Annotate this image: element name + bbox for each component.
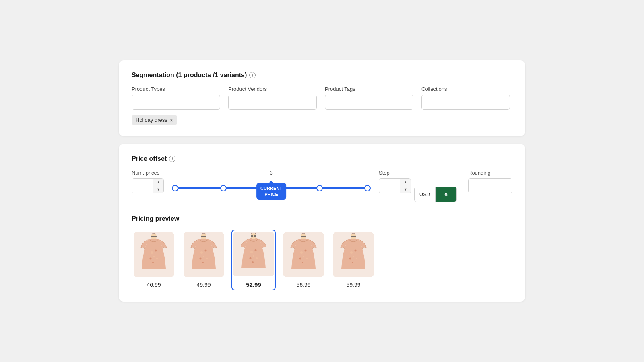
- step-group: Step 6 ▲ ▼ USD %: [379, 170, 457, 202]
- svg-point-5: [156, 258, 158, 259]
- slider-value: 3: [270, 170, 272, 176]
- usd-button[interactable]: USD: [415, 187, 436, 202]
- num-prices-increment[interactable]: ▲: [153, 179, 163, 186]
- num-prices-spinners: ▲ ▼: [153, 179, 163, 193]
- svg-point-36: [303, 256, 304, 257]
- segmentation-info-icon[interactable]: i: [249, 72, 256, 78]
- slider-dot-3[interactable]: [316, 185, 323, 191]
- product-vendors-group: Product Vendors: [228, 86, 317, 110]
- svg-point-6: [152, 262, 154, 263]
- product-card[interactable]: 46.99: [132, 230, 176, 290]
- tag-remove-button[interactable]: ×: [170, 117, 173, 123]
- svg-point-28: [252, 261, 254, 263]
- num-prices-group: Num. prices 5 ▲ ▼: [132, 170, 164, 193]
- svg-point-39: [302, 262, 303, 263]
- product-price: 59.99: [346, 282, 360, 288]
- step-label: Step: [379, 170, 457, 176]
- svg-rect-8: [151, 236, 153, 237]
- price-offset-title: Price offset i: [132, 155, 512, 162]
- product-price: 56.99: [296, 282, 310, 288]
- product-image: [333, 232, 374, 278]
- product-price: 46.99: [147, 282, 161, 288]
- slider-dot-4[interactable]: [364, 185, 371, 191]
- product-types-label: Product Types: [132, 86, 220, 92]
- current-price-tooltip: CURRENTPRICE: [256, 183, 286, 200]
- main-container: Segmentation (1 products /1 variants) i …: [119, 60, 525, 302]
- product-card[interactable]: 56.99: [281, 230, 326, 290]
- price-offset-card: Price offset i Num. prices 5 ▲ ▼ 3: [119, 144, 525, 302]
- segmentation-title: Segmentation (1 products /1 variants) i: [132, 72, 512, 79]
- pricing-preview-section: Pricing preview 46.99: [132, 215, 512, 290]
- svg-point-2: [155, 250, 157, 252]
- product-card[interactable]: 52.99: [231, 230, 276, 290]
- product-vendors-label: Product Vendors: [228, 86, 317, 92]
- product-card[interactable]: 59.99: [331, 230, 376, 290]
- svg-rect-9: [154, 236, 157, 237]
- slider-track-container[interactable]: CURRENTPRICE: [175, 181, 367, 196]
- svg-point-13: [205, 250, 207, 252]
- product-vendors-input[interactable]: [228, 95, 317, 110]
- svg-point-48: [349, 258, 351, 260]
- pct-button[interactable]: %: [436, 187, 456, 202]
- slider-area: 3 CURRENTPRICE: [175, 170, 367, 204]
- svg-rect-19: [201, 236, 203, 237]
- product-image: [283, 232, 324, 278]
- svg-point-49: [356, 258, 357, 259]
- collections-label: Collections: [421, 86, 510, 92]
- pricing-preview-title: Pricing preview: [132, 215, 512, 222]
- svg-rect-53: [354, 236, 356, 237]
- num-prices-decrement[interactable]: ▼: [153, 186, 163, 193]
- slider-dot-0[interactable]: [172, 185, 178, 191]
- step-increment[interactable]: ▲: [400, 179, 411, 186]
- slider-dot-1[interactable]: [220, 185, 227, 191]
- svg-point-15: [200, 258, 202, 260]
- svg-point-1: [151, 251, 153, 254]
- step-spinner: 6 ▲ ▼: [379, 178, 411, 193]
- segmentation-card: Segmentation (1 products /1 variants) i …: [119, 60, 525, 136]
- collections-group: Collections: [421, 86, 510, 110]
- svg-rect-52: [351, 236, 353, 237]
- price-offset-controls: Num. prices 5 ▲ ▼ 3: [132, 170, 512, 204]
- svg-point-14: [203, 256, 204, 257]
- svg-point-25: [253, 255, 254, 257]
- rounding-input[interactable]: 0.99: [468, 178, 512, 193]
- product-image: [233, 232, 274, 278]
- svg-rect-31: [254, 235, 256, 237]
- svg-point-35: [305, 250, 307, 252]
- holiday-dress-tag: Holiday dress ×: [132, 115, 177, 125]
- collections-input[interactable]: [421, 95, 510, 110]
- svg-point-16: [206, 258, 208, 259]
- tags-row: Holiday dress ×: [132, 115, 512, 125]
- slider-track: CURRENTPRICE: [175, 187, 367, 189]
- svg-point-24: [255, 249, 257, 251]
- svg-point-38: [306, 258, 308, 259]
- rounding-group: Rounding 0.99: [468, 170, 512, 193]
- num-prices-input[interactable]: 5: [132, 179, 153, 193]
- tag-label: Holiday dress: [136, 117, 167, 123]
- step-input[interactable]: 6: [379, 179, 400, 193]
- svg-point-27: [256, 257, 258, 259]
- num-prices-spinner: 5 ▲ ▼: [132, 178, 164, 193]
- svg-point-3: [153, 256, 155, 257]
- product-tags-input[interactable]: [325, 95, 413, 110]
- svg-rect-42: [304, 236, 306, 237]
- product-tags-label: Product Tags: [325, 86, 413, 92]
- usd-pct-group: USD %: [414, 178, 457, 202]
- svg-point-4: [150, 258, 152, 260]
- product-tags-group: Product Tags: [325, 86, 413, 110]
- price-offset-title-text: Price offset: [132, 155, 167, 162]
- svg-point-23: [250, 251, 253, 253]
- product-types-input[interactable]: [132, 95, 220, 110]
- svg-point-26: [250, 257, 252, 259]
- rounding-label: Rounding: [468, 170, 512, 176]
- product-types-group: Product Types: [132, 86, 220, 110]
- svg-point-17: [202, 262, 204, 263]
- product-card[interactable]: 49.99: [182, 230, 226, 290]
- price-offset-info-icon[interactable]: i: [169, 156, 175, 162]
- svg-rect-30: [251, 235, 253, 237]
- product-image: [134, 232, 174, 278]
- svg-point-50: [352, 262, 353, 263]
- segmentation-fields-row: Product Types Product Vendors Product Ta…: [132, 86, 512, 110]
- svg-rect-41: [301, 236, 303, 237]
- step-decrement[interactable]: ▼: [400, 186, 411, 193]
